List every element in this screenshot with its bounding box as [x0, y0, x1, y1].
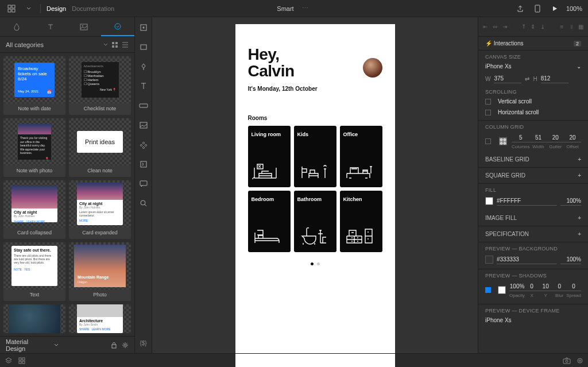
square-grid-accordion[interactable]: SQUARE GRID+ [478, 168, 588, 184]
component-card[interactable]: City at nightBy John HolmesSHARE LEARN M… [3, 180, 65, 239]
svg-rect-3 [12, 9, 15, 12]
component-card[interactable]: Stay safe out there.There are old pilots… [3, 242, 65, 301]
button-icon[interactable] [138, 100, 149, 111]
artboard[interactable]: Hey, Calvin It's Monday, 12th October Ro… [235, 24, 395, 367]
chevron-down-icon[interactable]: ⌄ [577, 63, 581, 69]
add-frame-icon[interactable] [138, 22, 149, 33]
comment-icon[interactable] [138, 178, 149, 190]
input-icon[interactable] [138, 159, 149, 170]
grid-cols-input[interactable]: 5 [512, 133, 530, 142]
column-grid-checkbox[interactable] [485, 138, 491, 144]
preview-device-select[interactable]: iPhone Xs [485, 317, 581, 323]
specification-accordion[interactable]: SPECIFICATION+ [478, 226, 588, 242]
tab-documentation[interactable]: Documentation [72, 5, 114, 12]
list-view-icon[interactable] [122, 41, 129, 48]
device-icon[interactable] [532, 3, 543, 14]
preview-bg-swatch[interactable] [485, 256, 493, 264]
align-left-icon[interactable]: ⇤ [481, 24, 489, 30]
plus-icon[interactable]: + [578, 172, 581, 179]
component-card[interactable]: Advertisements☐ Brooklyn☐ Manhattan☐ Har… [69, 56, 131, 115]
shadow-x-input[interactable]: 0 [525, 282, 539, 291]
grid-icon[interactable] [18, 357, 25, 364]
component-card[interactable]: Thank you for visiting our office in the… [3, 118, 65, 177]
horizontal-scroll-checkbox[interactable] [485, 110, 491, 115]
distribute-h-icon[interactable]: ≡ [558, 24, 566, 30]
grid-offset-input[interactable]: 20 [564, 133, 581, 142]
vertical-scroll-checkbox[interactable] [485, 99, 491, 105]
left-tab-components[interactable] [101, 17, 135, 36]
gear-icon[interactable] [122, 342, 129, 349]
share-icon[interactable] [514, 3, 526, 14]
align-center-h-icon[interactable]: ⇔ [491, 24, 499, 30]
shadow-color-swatch[interactable] [498, 286, 506, 294]
canvas[interactable]: Hey, Calvin It's Monday, 12th October Ro… [152, 17, 478, 353]
grid-view-icon[interactable] [111, 41, 118, 48]
align-bottom-icon[interactable]: ⤓ [539, 24, 547, 30]
tidy-icon[interactable]: ▦ [577, 24, 585, 30]
layers-icon[interactable] [5, 357, 13, 365]
room-card[interactable]: Office [340, 126, 382, 187]
library-select[interactable]: Material Design [6, 338, 49, 352]
component-icon[interactable] [138, 139, 149, 150]
chevron-down-icon[interactable] [103, 43, 108, 47]
room-card[interactable]: Living room [248, 126, 291, 187]
search-icon[interactable] [138, 198, 149, 209]
grid-color-swatch[interactable] [499, 137, 507, 145]
align-center-v-icon[interactable]: ⇕ [529, 24, 537, 30]
fill-swatch[interactable] [485, 197, 493, 205]
token-icon[interactable]: {$} [138, 337, 149, 349]
text-icon[interactable] [138, 80, 149, 92]
plus-icon[interactable]: + [578, 156, 581, 163]
image-fill-accordion[interactable]: IMAGE FILL+ [478, 210, 588, 226]
image-icon[interactable] [138, 119, 149, 131]
grid-gutter-input[interactable]: 20 [547, 133, 564, 142]
chevron-down-icon[interactable] [23, 3, 34, 14]
component-card[interactable]: ArchitectureBy John SmithSHARE LEARN MOR… [69, 304, 131, 333]
left-tab-color[interactable] [0, 17, 34, 36]
rectangle-icon[interactable] [138, 41, 149, 53]
preview-bg-color-input[interactable]: #333333 [497, 255, 557, 264]
component-card[interactable]: Print ideas Clean note [69, 118, 131, 177]
shadow-opacity-input[interactable]: 100% [509, 282, 525, 291]
plus-icon[interactable]: + [578, 231, 581, 237]
chevron-down-icon[interactable] [54, 343, 59, 347]
height-input[interactable] [541, 74, 568, 83]
grid-width-input[interactable]: 51 [530, 133, 547, 142]
component-card[interactable]: City at nightBy John HolmesLorem ipsum d… [69, 180, 131, 239]
app-menu-icon[interactable] [6, 3, 17, 14]
left-tab-image[interactable] [67, 17, 101, 36]
left-tab-text[interactable] [34, 17, 68, 36]
shadow-spread-input[interactable]: 0 [566, 282, 581, 291]
component-card[interactable]: Mountain RangeOregon Photo [69, 242, 131, 301]
shadow-y-input[interactable]: 10 [539, 282, 552, 291]
play-icon[interactable] [549, 3, 560, 14]
distribute-v-icon[interactable]: ⫴ [567, 24, 575, 30]
tab-design[interactable]: Design [47, 5, 66, 12]
title-more-icon[interactable]: ⋯ [300, 3, 311, 14]
room-card[interactable]: Bathroom [294, 191, 336, 252]
width-input[interactable] [494, 74, 521, 83]
target-icon[interactable] [577, 357, 583, 364]
fill-color-input[interactable]: #FFFFFF [497, 196, 557, 206]
swap-icon[interactable]: ⇄ [525, 76, 529, 82]
category-select[interactable]: All categories [6, 41, 100, 48]
device-select[interactable]: iPhone Xs [485, 63, 573, 69]
align-right-icon[interactable]: ⇥ [501, 24, 509, 30]
fill-opacity-input[interactable]: 100% [560, 196, 581, 206]
shadow-blur-input[interactable]: 0 [552, 282, 566, 291]
camera-icon[interactable] [563, 357, 571, 364]
align-top-icon[interactable]: ⤒ [520, 24, 528, 30]
zoom-level[interactable]: 100% [566, 5, 582, 12]
shadow-checkbox[interactable] [485, 287, 491, 293]
preview-bg-opacity-input[interactable]: 100% [560, 255, 581, 264]
room-card[interactable]: Kids [294, 126, 336, 187]
lock-icon[interactable] [111, 342, 117, 349]
room-card[interactable]: Kitchen [340, 191, 382, 252]
baseline-grid-accordion[interactable]: BASELINE GRID+ [478, 152, 588, 168]
component-card[interactable]: Broadway tickets on sale 6/24May 24, 202… [3, 56, 65, 115]
interactions-header[interactable]: ⚡ Interactions 2 [478, 37, 588, 51]
pen-icon[interactable] [138, 61, 149, 72]
component-card[interactable] [3, 304, 65, 333]
plus-icon[interactable]: + [578, 215, 581, 221]
room-card[interactable]: Bedroom [248, 191, 291, 252]
